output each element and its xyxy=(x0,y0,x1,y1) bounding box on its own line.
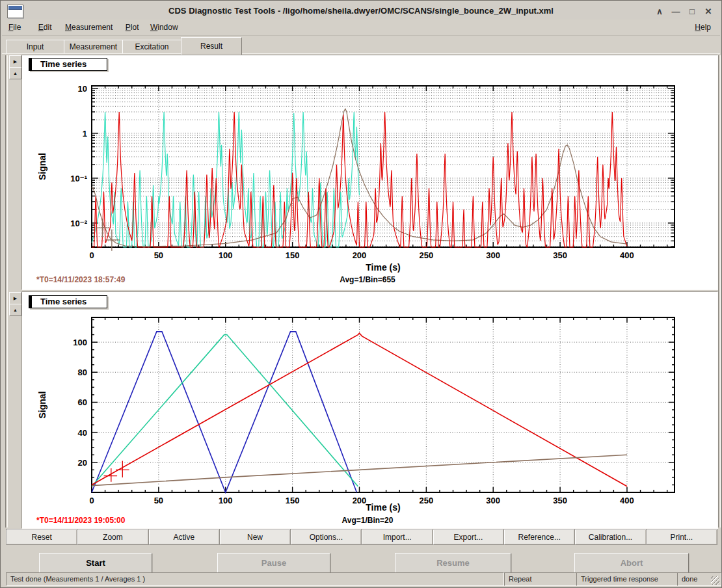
svg-text:150: 150 xyxy=(286,496,300,505)
active-button[interactable]: Active xyxy=(148,529,219,545)
plot2-title-label[interactable]: Time series xyxy=(29,295,107,308)
svg-text:250: 250 xyxy=(419,250,433,260)
trace-blue-ramp xyxy=(92,332,356,492)
time-series-plot-2[interactable]: 05010015020025030035040020406080100Time … xyxy=(22,292,716,527)
svg-text:200: 200 xyxy=(353,496,367,505)
import-button[interactable]: Import... xyxy=(361,529,432,545)
status-repeat: Repeat xyxy=(504,572,577,586)
svg-text:10⁻²: 10⁻² xyxy=(70,219,87,228)
calibration-button[interactable]: Calibration... xyxy=(574,529,645,545)
svg-text:100: 100 xyxy=(219,496,233,505)
svg-text:300: 300 xyxy=(486,496,500,505)
plot2-avg-label: Avg=1/Bin=20 xyxy=(302,516,433,525)
plot1-t0-label: *T0=14/11/2023 18:57:49 xyxy=(36,275,125,284)
plot1-canvas: 05010015020025030035040010110⁻¹10⁻²Time … xyxy=(21,55,718,290)
menu-window[interactable]: Window xyxy=(148,20,181,34)
plot1-avg-label: Avg=1/Bin=655 xyxy=(302,275,433,284)
plot1-title-label[interactable]: Time series xyxy=(29,58,107,71)
svg-text:80: 80 xyxy=(78,368,87,377)
svg-text:150: 150 xyxy=(286,250,300,260)
close-button[interactable]: ✕ xyxy=(702,4,715,18)
svg-text:10⁻¹: 10⁻¹ xyxy=(70,174,87,183)
panel2-pan-right-button[interactable]: ▶ xyxy=(9,292,21,304)
tab-measurement[interactable]: Measurement xyxy=(64,40,123,53)
right-triangle-icon: ▶ xyxy=(14,59,17,64)
menu-bar: File Edit Measurement Plot Window Help xyxy=(2,20,720,36)
svg-text:60: 60 xyxy=(78,397,87,407)
svg-text:200: 200 xyxy=(353,250,367,260)
status-measurement-type: Triggered time response xyxy=(576,572,678,586)
title-bar[interactable]: CDS Diagnostic Test Tools - /ligo/home/s… xyxy=(2,2,720,20)
svg-text:Time (s): Time (s) xyxy=(366,262,400,273)
panel1-pan-right-button[interactable]: ▶ xyxy=(9,55,21,68)
svg-text:100: 100 xyxy=(73,338,87,347)
print-button[interactable]: Print... xyxy=(646,529,717,545)
svg-text:Time (s): Time (s) xyxy=(366,502,400,513)
menu-help[interactable]: Help xyxy=(692,20,714,34)
panel1-pan-up-button[interactable]: ▲ xyxy=(9,67,21,79)
resize-grip[interactable] xyxy=(711,576,719,585)
window-controls: ∧ — □ ✕ xyxy=(653,4,715,18)
right-triangle-icon: ▶ xyxy=(14,296,17,301)
plot2-canvas: 05010015020025030035040020406080100Time … xyxy=(21,291,718,529)
svg-text:400: 400 xyxy=(620,250,634,260)
tab-excitation[interactable]: Excitation xyxy=(122,40,181,53)
abort-button[interactable]: Abort xyxy=(574,553,689,573)
new-button[interactable]: New xyxy=(219,529,290,545)
tab-result[interactable]: Result xyxy=(181,37,242,55)
left-groove xyxy=(5,55,8,528)
svg-text:300: 300 xyxy=(486,250,500,260)
svg-text:0: 0 xyxy=(89,496,94,505)
time-series-plot-1[interactable]: 05010015020025030035040010110⁻¹10⁻²Time … xyxy=(22,55,716,288)
svg-text:Signal: Signal xyxy=(37,391,47,418)
plot-toolbar: Reset Zoom Active New Options... Import.… xyxy=(6,529,717,545)
resume-button[interactable]: Resume xyxy=(395,553,511,573)
svg-text:1: 1 xyxy=(83,129,87,139)
pause-button[interactable]: Pause xyxy=(217,553,330,573)
maximize-button[interactable]: □ xyxy=(686,4,699,18)
start-button[interactable]: Start xyxy=(39,553,152,573)
content-top-edge xyxy=(2,53,720,54)
panel2-pan-up-button[interactable]: ▲ xyxy=(9,304,21,316)
options-button[interactable]: Options... xyxy=(290,529,361,545)
svg-text:350: 350 xyxy=(553,250,567,260)
minimize-button[interactable]: — xyxy=(669,4,682,18)
svg-text:50: 50 xyxy=(154,250,163,260)
shade-button[interactable]: ∧ xyxy=(653,4,666,18)
svg-text:0: 0 xyxy=(89,250,94,260)
up-triangle-icon: ▲ xyxy=(13,308,18,312)
tab-input[interactable]: Input xyxy=(6,40,64,53)
app-window: CDS Diagnostic Test Tools - /ligo/home/s… xyxy=(0,0,722,588)
zoom-button[interactable]: Zoom xyxy=(77,529,148,545)
svg-text:350: 350 xyxy=(553,496,567,505)
svg-text:50: 50 xyxy=(154,496,163,505)
menu-plot[interactable]: Plot xyxy=(123,20,142,34)
right-groove xyxy=(718,55,721,528)
status-message: Test done (Measurements 1 / Averages 1 ) xyxy=(6,572,504,586)
plot2-t0-label: *T0=14/11/2023 19:05:00 xyxy=(36,516,125,525)
export-button[interactable]: Export... xyxy=(433,529,503,545)
trace-brown-ramp xyxy=(92,455,627,485)
svg-text:40: 40 xyxy=(78,428,87,438)
svg-text:400: 400 xyxy=(620,496,634,505)
reset-button[interactable]: Reset xyxy=(6,529,77,545)
svg-text:10: 10 xyxy=(78,84,87,94)
window-title: CDS Diagnostic Test Tools - /ligo/home/s… xyxy=(2,2,720,20)
svg-text:Signal: Signal xyxy=(37,153,47,180)
svg-text:100: 100 xyxy=(219,250,233,260)
svg-text:250: 250 xyxy=(419,496,433,505)
menu-edit[interactable]: Edit xyxy=(36,20,55,34)
reference-button[interactable]: Reference... xyxy=(503,529,574,545)
up-triangle-icon: ▲ xyxy=(13,71,18,75)
svg-text:20: 20 xyxy=(78,458,87,468)
menu-file[interactable]: File xyxy=(6,20,23,34)
menu-measurement[interactable]: Measurement xyxy=(62,20,115,34)
